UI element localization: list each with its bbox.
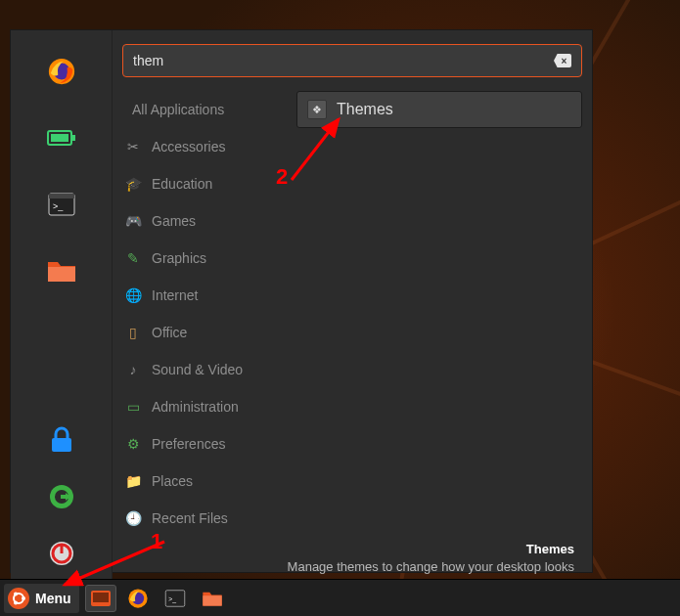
backspace-x-icon: × xyxy=(562,56,567,66)
music-note-icon: ♪ xyxy=(124,361,142,378)
result-label: Themes xyxy=(337,101,393,118)
svg-rect-9 xyxy=(52,438,71,452)
lock-screen-button[interactable] xyxy=(40,418,83,462)
category-label: Office xyxy=(152,325,187,340)
category-games[interactable]: 🎮 Games xyxy=(122,202,287,240)
category-label: Administration xyxy=(152,399,239,415)
firefox-icon xyxy=(127,588,149,609)
svg-point-18 xyxy=(14,592,18,595)
firefox-icon xyxy=(47,57,76,86)
category-sound-video[interactable]: ♪ Sound & Video xyxy=(122,351,287,388)
svg-rect-15 xyxy=(60,544,63,553)
places-folder-icon: 📁 xyxy=(124,472,142,490)
category-recent-files[interactable]: 🕘 Recent Files xyxy=(122,500,287,537)
svg-rect-6 xyxy=(49,194,74,198)
category-preferences[interactable]: ⚙ Preferences xyxy=(122,425,287,462)
result-description: Themes Manage themes to change how your … xyxy=(122,537,582,581)
annotation-number-2: 2 xyxy=(276,164,288,190)
admin-icon: ▭ xyxy=(124,398,142,416)
category-label: Recent Files xyxy=(152,510,228,526)
category-label: Places xyxy=(152,473,193,489)
category-accessories[interactable]: ✂ Accessories xyxy=(122,128,287,165)
lock-icon xyxy=(49,426,74,454)
scissors-icon: ✂ xyxy=(124,138,142,155)
globe-icon: 🌐 xyxy=(124,286,142,304)
category-label: Education xyxy=(152,176,212,192)
category-label: All Applications xyxy=(132,102,224,117)
brush-icon: ✎ xyxy=(124,249,142,267)
category-label: Internet xyxy=(152,287,198,303)
folder-icon xyxy=(47,258,76,284)
taskbar: Menu >_ xyxy=(0,579,680,616)
menu-button-label: Menu xyxy=(35,591,71,606)
svg-point-17 xyxy=(22,596,25,600)
category-education[interactable]: 🎓 Education xyxy=(122,165,287,202)
terminal-icon: >_ xyxy=(164,590,186,607)
taskbar-files[interactable] xyxy=(197,585,228,612)
favorite-firefox[interactable] xyxy=(40,50,83,93)
recent-icon: 🕘 xyxy=(124,509,142,527)
category-internet[interactable]: 🌐 Internet xyxy=(122,277,287,314)
battery-icon xyxy=(47,129,76,147)
category-graphics[interactable]: ✎ Graphics xyxy=(122,240,287,277)
search-input[interactable] xyxy=(133,53,548,68)
svg-rect-3 xyxy=(72,135,75,141)
logout-icon xyxy=(48,483,75,510)
favorite-files[interactable] xyxy=(40,249,83,292)
categories-list: All Applications ✂ Accessories 🎓 Educati… xyxy=(122,91,287,537)
search-input-wrapper[interactable]: × xyxy=(122,44,582,77)
gamepad-icon: 🎮 xyxy=(124,212,142,230)
clear-search-button[interactable]: × xyxy=(554,54,571,67)
ubuntu-logo-icon xyxy=(8,588,29,609)
svg-rect-21 xyxy=(93,593,109,602)
category-all-applications[interactable]: All Applications xyxy=(122,91,287,128)
favorites-column: >_ xyxy=(11,30,113,589)
desktop-icon xyxy=(90,590,112,607)
preferences-icon: ⚙ xyxy=(124,435,142,453)
power-button[interactable] xyxy=(40,532,83,575)
svg-text:>_: >_ xyxy=(53,201,64,211)
description-title: Themes xyxy=(122,541,574,558)
menu-button[interactable]: Menu xyxy=(4,584,79,613)
category-label: Games xyxy=(152,213,196,229)
result-themes[interactable]: ❖ Themes xyxy=(296,91,582,128)
category-places[interactable]: 📁 Places xyxy=(122,462,287,500)
svg-text:>_: >_ xyxy=(168,595,176,603)
category-office[interactable]: ▯ Office xyxy=(122,314,287,351)
themes-app-icon: ❖ xyxy=(307,100,327,119)
category-label: Sound & Video xyxy=(152,362,243,377)
svg-rect-26 xyxy=(203,595,221,605)
annotation-number-1: 1 xyxy=(151,529,162,554)
folder-icon xyxy=(202,590,223,607)
description-text: Manage themes to change how your desktop… xyxy=(122,558,574,576)
logout-button[interactable] xyxy=(40,475,83,518)
category-label: Graphics xyxy=(152,250,206,266)
taskbar-firefox[interactable] xyxy=(122,585,154,612)
category-administration[interactable]: ▭ Administration xyxy=(122,388,287,425)
svg-rect-4 xyxy=(51,134,68,142)
category-label: Accessories xyxy=(152,139,225,154)
svg-point-19 xyxy=(14,600,18,604)
terminal-icon: >_ xyxy=(48,193,75,216)
taskbar-terminal[interactable]: >_ xyxy=(159,585,191,612)
favorite-terminal[interactable]: >_ xyxy=(40,183,83,226)
category-label: Preferences xyxy=(152,436,225,452)
applications-menu: >_ × xyxy=(10,29,593,573)
taskbar-show-desktop[interactable] xyxy=(85,585,116,612)
svg-rect-8 xyxy=(48,267,75,282)
power-icon xyxy=(48,540,75,567)
results-list: ❖ Themes xyxy=(287,91,582,537)
education-icon: 🎓 xyxy=(124,175,142,193)
favorite-battery[interactable] xyxy=(40,116,83,159)
document-icon: ▯ xyxy=(124,324,142,341)
